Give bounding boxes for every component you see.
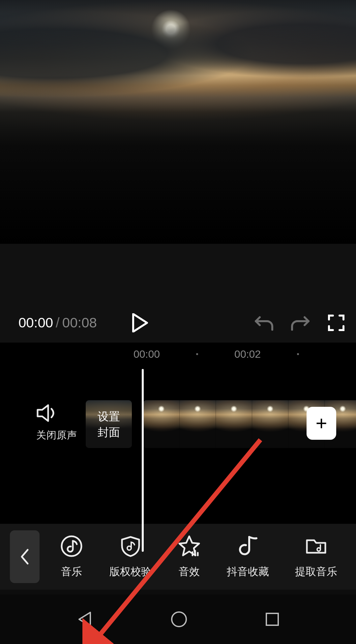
ruler-dot [196, 353, 198, 355]
play-button[interactable] [129, 311, 152, 334]
svg-rect-5 [266, 613, 278, 625]
douyin-note-icon [236, 534, 260, 558]
shield-music-icon [119, 534, 142, 558]
ruler-mark: 00:00 [134, 348, 160, 360]
playhead[interactable] [142, 369, 144, 552]
system-home-button[interactable] [169, 610, 189, 629]
time-total: 00:08 [62, 315, 97, 331]
folder-music-icon [304, 534, 328, 558]
tool-label: 提取音乐 [295, 565, 337, 579]
system-back-button[interactable] [75, 610, 94, 629]
set-cover-button[interactable]: 设置 封面 [86, 400, 132, 448]
svg-point-4 [172, 612, 186, 627]
bottom-toolbar: 音乐 版权校验 音效 抖音收藏 [0, 524, 356, 590]
mute-audio-label: 关闭原声 [36, 429, 77, 442]
time-current: 00:00 [18, 315, 53, 331]
tool-label: 音乐 [61, 565, 82, 579]
system-nav-bar [0, 595, 356, 644]
timeline-ruler: 00:00 00:02 [0, 343, 356, 366]
set-cover-label: 设置 封面 [98, 408, 120, 440]
tool-douyin-favorites[interactable]: 抖音收藏 [227, 534, 269, 579]
plus-icon: + [315, 413, 327, 433]
tool-copyright[interactable]: 版权校验 [109, 534, 152, 579]
time-separator: / [56, 315, 60, 331]
fullscreen-button[interactable] [328, 314, 345, 331]
track-block: 关闭原声 设置 封面 + [0, 395, 356, 461]
preview-frame [0, 0, 356, 244]
music-icon [60, 534, 83, 558]
video-preview[interactable] [0, 0, 356, 244]
tool-label: 版权校验 [109, 565, 152, 579]
playback-bar: 00:00 / 00:08 [0, 244, 356, 343]
star-eq-icon [177, 534, 201, 558]
tool-sfx[interactable]: 音效 [177, 534, 201, 579]
ruler-mark: 00:02 [234, 348, 261, 360]
add-clip-button[interactable]: + [307, 407, 336, 440]
tool-extract-music[interactable]: 提取音乐 [295, 534, 337, 579]
redo-button[interactable] [291, 314, 311, 332]
tool-label: 抖音收藏 [227, 565, 269, 579]
tool-music[interactable]: 音乐 [60, 534, 83, 579]
ruler-dot [297, 353, 299, 355]
mute-audio-button[interactable]: 关闭原声 [36, 404, 77, 442]
undo-button[interactable] [254, 314, 274, 332]
tool-label: 音效 [179, 565, 200, 579]
back-button[interactable] [10, 530, 40, 583]
system-recent-button[interactable] [264, 611, 281, 628]
